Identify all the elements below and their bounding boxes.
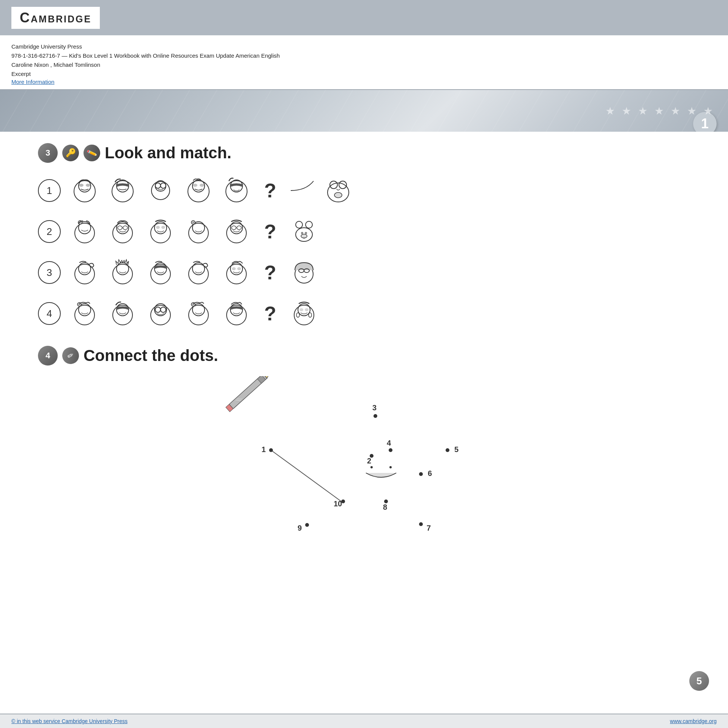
star-1: ★ — [605, 105, 615, 117]
svg-point-111 — [305, 523, 309, 527]
banner-stars: ★ ★ ★ ★ ★ ★ ★ — [605, 105, 713, 117]
svg-point-62 — [75, 305, 95, 325]
char-4-3 — [143, 296, 178, 331]
answer-3 — [287, 255, 321, 290]
svg-point-25 — [113, 223, 132, 243]
svg-point-45 — [301, 232, 303, 234]
question-mark-2: ? — [264, 220, 276, 243]
char-4-2 — [106, 296, 140, 331]
answer-4 — [287, 296, 321, 331]
exercise-4-header: 4 ✏ Connect the dots. — [38, 346, 705, 366]
svg-text:9: 9 — [298, 524, 302, 532]
star-4: ★ — [654, 105, 664, 117]
char-4-1 — [68, 296, 102, 331]
svg-point-55 — [227, 264, 246, 284]
match-row-1: 1 — [38, 173, 705, 208]
svg-point-79 — [294, 305, 314, 325]
svg-point-18 — [330, 181, 337, 189]
svg-point-44 — [301, 234, 307, 238]
match-row-4: 4 — [38, 296, 705, 331]
row-number-3: 3 — [38, 261, 61, 284]
char-3-4 — [181, 255, 216, 290]
more-information-link[interactable]: More Information — [11, 79, 54, 85]
svg-point-3 — [86, 184, 90, 187]
svg-point-29 — [151, 223, 170, 243]
svg-point-95 — [373, 414, 377, 418]
svg-point-65 — [79, 304, 80, 305]
svg-text:10: 10 — [334, 500, 342, 508]
main-content: 3 🔑 ✏️ Look and match. 1 — [0, 132, 728, 558]
svg-point-84 — [309, 313, 312, 317]
svg-point-58 — [237, 267, 241, 270]
characters-group-2: ? — [68, 214, 705, 249]
footer-copyright-link[interactable]: © in this web service Cambridge Universi… — [11, 718, 128, 724]
star-2: ★ — [622, 105, 631, 117]
match-row-2: 2 — [38, 214, 705, 249]
page-footer: © in this web service Cambridge Universi… — [0, 714, 728, 728]
svg-line-92 — [271, 450, 341, 501]
answer-2 — [287, 214, 321, 249]
question-mark-4: ? — [264, 302, 276, 325]
svg-point-70 — [155, 307, 161, 312]
char-3-2 — [106, 255, 140, 290]
isbn-text: 978-1-316-62716-7 — Kid's Box Level 1 Wo… — [11, 51, 717, 60]
char-2-5 — [219, 214, 254, 249]
char-2-2 — [106, 214, 140, 249]
svg-point-40 — [237, 226, 241, 230]
key-icon: 🔑 — [62, 145, 79, 161]
star-5: ★ — [671, 105, 680, 117]
char-1-2 — [106, 173, 140, 208]
svg-point-68 — [151, 305, 170, 325]
footer-website: www.cambridge.org — [670, 718, 717, 724]
svg-point-37 — [227, 223, 246, 243]
svg-point-105 — [419, 472, 423, 476]
exercise-3-header: 3 🔑 ✏️ Look and match. — [38, 143, 705, 163]
svg-point-104 — [389, 466, 392, 468]
page-number: 5 — [689, 671, 709, 691]
authors-text: Caroline Nixon , Michael Tomlinson — [11, 60, 717, 69]
slash-icon: ✏️ — [81, 142, 102, 164]
char-3-3 — [143, 255, 178, 290]
svg-text:6: 6 — [428, 469, 432, 477]
exercise-3-badge: 3 — [38, 143, 58, 163]
connector-1 — [287, 175, 317, 206]
exercise-4-section: 4 ✏ Connect the dots. — [38, 346, 705, 547]
svg-point-28 — [123, 226, 128, 230]
svg-text:4: 4 — [387, 439, 391, 447]
star-6: ★ — [687, 105, 696, 117]
char-2-4 — [181, 214, 216, 249]
char-4-4 — [181, 296, 216, 331]
svg-point-2 — [79, 184, 84, 187]
svg-point-32 — [161, 226, 165, 229]
excerpt-text: Excerpt — [11, 69, 717, 79]
svg-point-113 — [419, 522, 423, 526]
svg-point-31 — [156, 226, 160, 229]
row-number-2: 2 — [38, 220, 61, 243]
svg-point-42 — [296, 221, 303, 228]
svg-point-13 — [193, 184, 197, 187]
svg-point-99 — [446, 448, 449, 452]
svg-text:7: 7 — [427, 524, 431, 532]
meta-section: Cambridge University Press 978-1-316-627… — [0, 35, 728, 90]
dots-area: 1 3 4 5 2 — [201, 376, 542, 547]
svg-point-27 — [118, 226, 122, 230]
row-number-4: 4 — [38, 302, 61, 325]
characters-group-3: ? — [68, 255, 705, 290]
svg-point-93 — [269, 448, 273, 452]
star-7: ★ — [703, 105, 713, 117]
dots-svg: 1 3 4 5 2 — [201, 376, 542, 547]
svg-point-43 — [306, 221, 312, 228]
exercise-3-section: 3 🔑 ✏️ Look and match. 1 — [38, 143, 705, 331]
svg-point-19 — [339, 181, 347, 189]
publisher-text: Cambridge University Press — [11, 42, 717, 51]
svg-point-82 — [305, 308, 309, 311]
match-row-3: 3 — [38, 255, 705, 290]
banner: ★ ★ ★ ★ ★ ★ ★ 1 — [0, 90, 728, 132]
char-3-5 — [219, 255, 254, 290]
svg-point-73 — [189, 305, 208, 325]
svg-point-71 — [161, 307, 166, 312]
cambridge-logo: Cambridge — [11, 7, 100, 29]
char-2-1 — [68, 214, 102, 249]
svg-point-49 — [113, 264, 132, 284]
characters-group-1: ? — [68, 173, 705, 208]
